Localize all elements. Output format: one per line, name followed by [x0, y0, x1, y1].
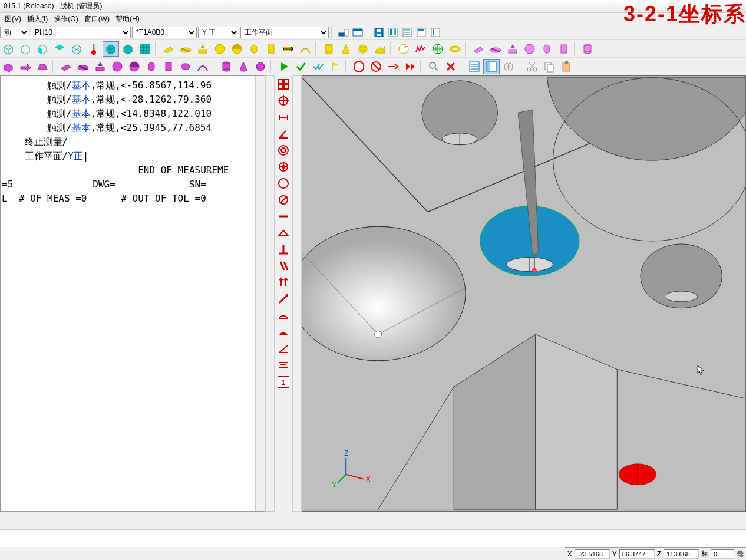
slot-pink-icon[interactable]: [539, 41, 555, 57]
up-yellow-icon[interactable]: [194, 41, 211, 57]
cube-wire-icon[interactable]: [0, 41, 16, 57]
cube-wire2-icon[interactable]: [17, 41, 34, 57]
probe-select[interactable]: PH10: [31, 27, 131, 38]
plane-yellow-icon[interactable]: [160, 41, 177, 57]
width-yellow-icon[interactable]: [280, 41, 296, 57]
feat-arrows-icon[interactable]: [276, 275, 291, 290]
find-icon[interactable]: [425, 59, 442, 74]
sphere-yellow-icon[interactable]: [355, 41, 371, 57]
feature-page-indicator[interactable]: 1: [278, 376, 289, 388]
feat-origin-icon[interactable]: [276, 93, 291, 108]
plane-magenta-icon[interactable]: [58, 59, 74, 74]
report-icon-1[interactable]: [387, 27, 400, 38]
list-icon[interactable]: [466, 59, 483, 74]
report-icon-2[interactable]: [401, 27, 414, 38]
axis-select[interactable]: Y 正: [198, 27, 239, 38]
feature-scrollbar[interactable]: [292, 75, 302, 512]
arrow-magenta-icon[interactable]: [17, 59, 34, 74]
probe-red-icon[interactable]: [85, 41, 102, 57]
menu-view[interactable]: 图(V): [2, 13, 24, 25]
cube-cross-icon[interactable]: [68, 41, 85, 57]
save-icon[interactable]: [372, 27, 385, 38]
copy-icon[interactable]: [541, 59, 557, 74]
delete-icon[interactable]: [443, 59, 459, 74]
torus-yellow-icon[interactable]: [447, 41, 463, 57]
feat-profile-line-icon[interactable]: [276, 308, 291, 323]
view-mode-icon-2[interactable]: [351, 27, 364, 38]
feat-slant-icon[interactable]: [276, 291, 291, 307]
target-icon[interactable]: [430, 41, 446, 57]
block-magenta-icon[interactable]: [0, 59, 16, 74]
slot2-magenta-icon[interactable]: [160, 59, 177, 74]
cylinder-magenta-icon[interactable]: [218, 59, 235, 74]
menu-operate[interactable]: 操作(O): [51, 13, 80, 25]
forward-red-icon[interactable]: [385, 59, 401, 74]
line-yellow-icon[interactable]: [177, 41, 194, 57]
report-icon-4[interactable]: [429, 27, 442, 38]
line-magenta-icon[interactable]: [75, 59, 91, 74]
feat-symmetry-icon[interactable]: [276, 357, 291, 373]
line-pink-icon[interactable]: [487, 41, 504, 57]
plane-pink-icon[interactable]: [470, 41, 487, 57]
check-icon[interactable]: [293, 59, 309, 74]
feat-angle-icon[interactable]: [276, 126, 291, 141]
panel-icon[interactable]: [483, 59, 500, 74]
up-pink-icon[interactable]: [504, 41, 521, 57]
feat-angularity-icon[interactable]: [276, 341, 291, 356]
cone-yellow-icon[interactable]: [338, 41, 354, 57]
feat-concentric-icon[interactable]: [276, 143, 291, 158]
cube-solid-icon[interactable]: [103, 41, 119, 57]
no-entry-icon[interactable]: [368, 59, 384, 74]
half-magenta-icon[interactable]: [126, 59, 143, 74]
circle-magenta-icon[interactable]: [109, 59, 126, 74]
slot3-magenta-icon[interactable]: [177, 59, 194, 74]
feat-perp-icon[interactable]: [276, 242, 291, 257]
link-icon[interactable]: [500, 59, 517, 74]
feat-parallel-icon[interactable]: [276, 258, 291, 274]
curve-magenta-icon[interactable]: [194, 59, 211, 74]
feat-position-icon[interactable]: [276, 159, 291, 174]
curve-yellow-icon[interactable]: [297, 41, 313, 57]
flag-icon[interactable]: [327, 59, 344, 74]
report-icon-3[interactable]: [415, 27, 428, 38]
cylinder-pink-icon[interactable]: [579, 41, 596, 57]
menu-insert[interactable]: 插入(I): [25, 13, 50, 25]
sphere-magenta-icon[interactable]: [252, 59, 269, 74]
feat-grid-icon[interactable]: [276, 77, 291, 92]
view-mode-icon-1[interactable]: [337, 27, 350, 38]
cylinder-yellow-icon[interactable]: [321, 41, 337, 57]
play-icon[interactable]: [276, 59, 292, 74]
feat-flat-icon[interactable]: [276, 225, 291, 241]
cube-solid2-icon[interactable]: [120, 41, 136, 57]
feat-straight-icon[interactable]: [276, 209, 291, 224]
code-editor[interactable]: 触测/基本,常规,<-56.8567,114.96 触测/基本,常规,<-28.…: [0, 75, 265, 512]
scan-icon[interactable]: [412, 41, 429, 57]
mode-select[interactable]: 动: [0, 27, 29, 38]
half-yellow-icon[interactable]: [229, 41, 245, 57]
gauge-icon[interactable]: [395, 41, 412, 57]
up-magenta-icon[interactable]: [92, 59, 108, 74]
workplane-select[interactable]: 工作平面: [240, 27, 329, 38]
feat-profile-surf-icon[interactable]: [276, 324, 291, 340]
surface-yellow-icon[interactable]: [372, 41, 388, 57]
feat-circle-icon[interactable]: [276, 176, 291, 191]
circle-pink-icon[interactable]: [521, 41, 538, 57]
cube-top-icon[interactable]: [51, 41, 68, 57]
feat-dist-icon[interactable]: [276, 110, 291, 125]
skip-icon[interactable]: [402, 59, 418, 74]
editor-scrollbar[interactable]: [255, 76, 265, 511]
slot-magenta-icon[interactable]: [143, 59, 160, 74]
cube-left-icon[interactable]: [34, 41, 51, 57]
cone-magenta-icon[interactable]: [235, 59, 252, 74]
3d-viewport[interactable]: X Y Z: [302, 75, 746, 512]
feat-runout-icon[interactable]: [276, 192, 291, 207]
splitter-scrollbar[interactable]: [265, 75, 275, 512]
slot2-yellow-icon[interactable]: [263, 41, 279, 57]
grid-icon[interactable]: [137, 41, 153, 57]
shape-magenta-icon[interactable]: [34, 59, 51, 74]
paste-icon[interactable]: [558, 59, 575, 74]
double-check-icon[interactable]: [310, 59, 326, 74]
tip-select[interactable]: *T1A0B0: [132, 27, 197, 38]
menu-help[interactable]: 帮助(H): [113, 13, 142, 25]
cut-icon[interactable]: [524, 59, 540, 74]
